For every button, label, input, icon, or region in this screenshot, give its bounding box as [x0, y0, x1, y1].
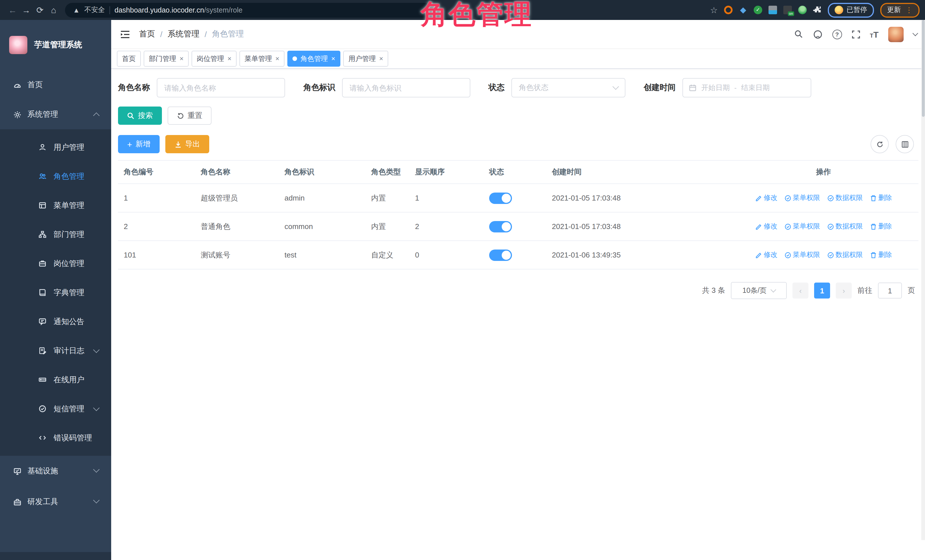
help-icon[interactable]: ? [832, 29, 842, 39]
avatar[interactable] [888, 27, 904, 42]
close-icon[interactable]: × [331, 55, 335, 63]
extension-switch-icon[interactable]: on [783, 6, 792, 14]
tab-dept[interactable]: 部门管理× [144, 51, 189, 67]
sidebar-item-system[interactable]: 系统管理 [0, 100, 111, 129]
sidebar-item-online-users[interactable]: 在线用户 [0, 365, 111, 394]
hamburger-icon[interactable] [120, 30, 130, 39]
tag-view-bar: 首页 部门管理× 岗位管理× 菜单管理× 角色管理× 用户管理× [111, 49, 925, 69]
sidebar-item-audit-log[interactable]: 审计日志 [0, 336, 111, 365]
created-time: 2021-01-05 17:03:48 [546, 194, 729, 202]
forward-icon[interactable]: → [20, 5, 33, 15]
scrollbar-thumb[interactable] [922, 20, 925, 117]
browser-menu-icon[interactable]: ⋮ [905, 6, 913, 14]
address-bar[interactable]: ▲ 不安全 dashboard.yudao.iocoder.cn/system/… [65, 3, 432, 17]
sidebar-item-label: 部门管理 [54, 229, 84, 240]
page-scrollbar[interactable] [921, 20, 925, 540]
back-icon[interactable]: ← [6, 5, 20, 15]
table-toolbar: + 新增 导出 [118, 135, 919, 153]
data-perm-link[interactable]: 数据权限 [827, 250, 863, 260]
edit-link[interactable]: 修改 [755, 193, 777, 203]
paused-badge[interactable]: 已暂停 [828, 3, 874, 17]
role-key-input[interactable] [342, 78, 470, 98]
refresh-icon[interactable] [871, 135, 889, 153]
status-toggle[interactable] [489, 221, 512, 232]
sidebar-item-roles[interactable]: 角色管理 [0, 162, 111, 191]
delete-link[interactable]: 删除 [870, 250, 892, 260]
data-perm-label: 数据权限 [836, 193, 863, 203]
current-page[interactable]: 1 [814, 282, 830, 299]
close-icon[interactable]: × [276, 55, 279, 63]
status-toggle[interactable] [489, 249, 512, 261]
export-button[interactable]: 导出 [165, 135, 209, 153]
github-icon[interactable] [813, 29, 823, 39]
tab-label: 用户管理 [348, 54, 376, 63]
row-actions: 修改 菜单权限 数据权限 删除 [729, 193, 919, 203]
page-unit-label: 页 [908, 285, 915, 296]
bookmark-star-icon[interactable]: ☆ [710, 5, 718, 15]
date-range-picker[interactable]: 开始日期 - 结束日期 [682, 78, 811, 98]
sidebar-item-users[interactable]: 用户管理 [0, 133, 111, 162]
close-icon[interactable]: × [227, 55, 232, 63]
next-page-button[interactable]: › [836, 282, 852, 299]
close-icon[interactable]: × [379, 55, 383, 63]
fullscreen-icon[interactable] [851, 30, 860, 39]
reload-icon[interactable]: ⟳ [33, 5, 47, 15]
menu-perm-link[interactable]: 菜单权限 [784, 193, 820, 203]
sidebar-item-home[interactable]: 首页 [0, 70, 111, 100]
sidebar-logo-row[interactable]: 芋道管理系统 [0, 20, 111, 70]
sidebar-item-dict[interactable]: 字典管理 [0, 278, 111, 307]
tab-user[interactable]: 用户管理× [343, 51, 388, 67]
extension-orange-icon[interactable] [724, 6, 732, 14]
role-id: 1 [118, 194, 195, 202]
tab-role[interactable]: 角色管理× [287, 51, 340, 67]
data-perm-link[interactable]: 数据权限 [827, 222, 863, 231]
delete-link[interactable]: 删除 [870, 222, 892, 231]
extension-person-icon[interactable] [798, 6, 807, 14]
roles-icon [38, 172, 47, 180]
sidebar-item-dev-tools[interactable]: 研发工具 [0, 486, 111, 517]
update-button[interactable]: 更新 ⋮ [880, 3, 920, 17]
edit-link[interactable]: 修改 [755, 222, 777, 231]
add-button[interactable]: + 新增 [118, 135, 160, 153]
avatar-caret-icon[interactable] [913, 30, 918, 36]
not-secure-icon: ▲ [73, 6, 80, 14]
goto-page-input[interactable] [878, 282, 902, 299]
breadcrumb-section[interactable]: 系统管理 [167, 29, 200, 39]
reset-button[interactable]: 重置 [167, 107, 211, 125]
sidebar-item-menus[interactable]: 菜单管理 [0, 191, 111, 220]
sidebar-item-posts[interactable]: 岗位管理 [0, 249, 111, 278]
sidebar-item-notice[interactable]: 通知公告 [0, 307, 111, 336]
sidebar-item-error-codes[interactable]: 错误码管理 [0, 423, 111, 452]
menu-perm-link[interactable]: 菜单权限 [784, 222, 820, 231]
breadcrumb-home[interactable]: 首页 [139, 29, 155, 39]
search-actions: 搜索 重置 [118, 107, 919, 125]
menu-perm-label: 菜单权限 [793, 250, 820, 260]
status-toggle[interactable] [489, 192, 512, 204]
sidebar-item-depts[interactable]: 部门管理 [0, 220, 111, 249]
page-size-select[interactable]: 10条/页 [731, 282, 787, 299]
extension-gem-icon[interactable]: ◆ [739, 6, 747, 14]
font-size-icon[interactable]: TT [870, 29, 878, 39]
home-icon[interactable]: ⌂ [47, 5, 60, 15]
edit-link[interactable]: 修改 [755, 250, 777, 260]
app-logo [9, 36, 27, 54]
tab-menu[interactable]: 菜单管理× [240, 51, 285, 67]
search-button[interactable]: 搜索 [118, 107, 162, 125]
delete-link[interactable]: 删除 [870, 193, 892, 203]
extension-grid-icon[interactable] [768, 6, 777, 14]
status-select[interactable]: 角色状态 [511, 78, 625, 98]
tab-home[interactable]: 首页 [117, 51, 141, 67]
close-icon[interactable]: × [179, 55, 184, 63]
sidebar-item-infra[interactable]: 基础设施 [0, 456, 111, 486]
role-name-input[interactable] [157, 78, 285, 98]
prev-page-button[interactable]: ‹ [792, 282, 808, 299]
sidebar-item-sms[interactable]: 短信管理 [0, 394, 111, 423]
column-settings-icon[interactable] [896, 135, 914, 153]
extension-green-icon[interactable]: ✓ [754, 6, 762, 14]
menu-perm-link[interactable]: 菜单权限 [784, 250, 820, 260]
edit-label: 修改 [764, 250, 777, 260]
data-perm-link[interactable]: 数据权限 [827, 193, 863, 203]
extensions-puzzle-icon[interactable] [813, 6, 821, 14]
tab-post[interactable]: 岗位管理× [191, 51, 237, 67]
search-icon[interactable] [794, 30, 803, 39]
